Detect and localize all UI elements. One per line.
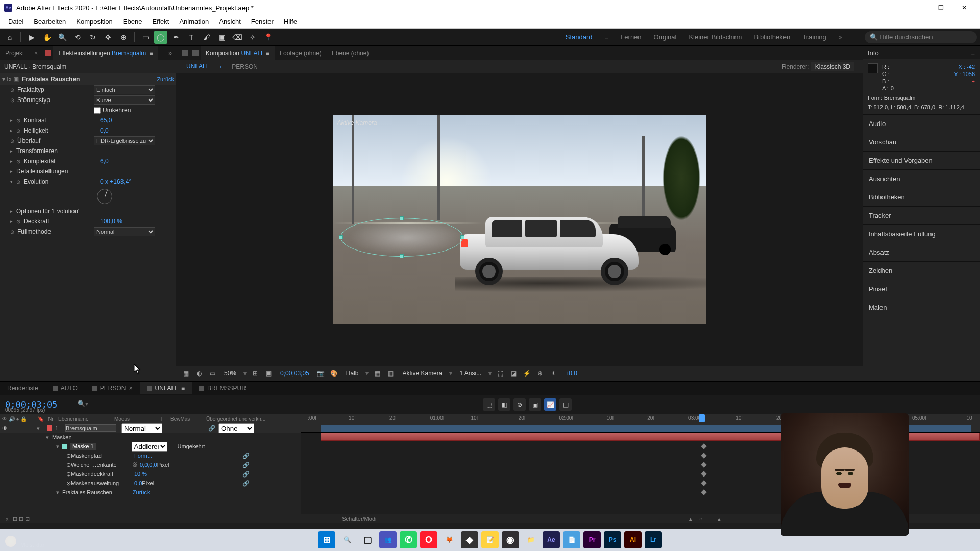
- section-fuellung[interactable]: Inhaltsbasierte Füllung: [863, 224, 980, 243]
- minimize-button[interactable]: ─: [905, 0, 929, 15]
- stopwatch-icon[interactable]: ⊙: [16, 118, 23, 123]
- section-zeichen[interactable]: Zeichen: [863, 261, 980, 280]
- tab-close-icon[interactable]: ×: [29, 46, 43, 60]
- stopwatch-icon[interactable]: ⊙: [66, 471, 71, 478]
- komplex-value[interactable]: 6,0: [100, 158, 109, 165]
- tl-icon-6[interactable]: ◫: [559, 398, 572, 411]
- taskbar-notepad-icon[interactable]: 📄: [563, 531, 580, 548]
- brush-tool-icon[interactable]: 🖌: [200, 31, 213, 44]
- hand-tool-icon[interactable]: ✋: [40, 31, 54, 44]
- tab-projekt[interactable]: Projekt: [0, 46, 29, 60]
- mask-icon[interactable]: ▭: [208, 369, 217, 378]
- taskbar-search-icon[interactable]: 🔍: [338, 531, 356, 548]
- flowchart-unfall[interactable]: UNFALL: [186, 63, 209, 71]
- workspace-kleiner[interactable]: Kleiner Bildschirm: [689, 33, 742, 41]
- section-tracker[interactable]: Tracker: [863, 206, 980, 224]
- puppet-tool-icon[interactable]: 📍: [261, 31, 275, 44]
- stopwatch-icon[interactable]: ⊙: [66, 480, 71, 487]
- view-select[interactable]: Aktive Kamera: [399, 369, 445, 378]
- layer-name-input[interactable]: [65, 424, 116, 432]
- help-search[interactable]: 🔍 Hilfe durchsuchen: [865, 31, 977, 43]
- layer-row-1[interactable]: 👁 ▾ 1 Normal 🔗 Ohne: [0, 423, 301, 433]
- anchor-tool-icon[interactable]: ⊕: [117, 31, 130, 44]
- taskbar-task-view-icon[interactable]: ▢: [359, 531, 376, 548]
- magnification-icon[interactable]: ▦: [181, 369, 190, 378]
- channel-icon[interactable]: 🎨: [330, 369, 339, 378]
- menu-hilfe[interactable]: Hilfe: [279, 16, 302, 28]
- clone-tool-icon[interactable]: ▣: [215, 31, 229, 44]
- taskbar-windows-icon[interactable]: ⊞: [318, 531, 335, 548]
- flowchart-person[interactable]: PERSON: [232, 63, 258, 70]
- stopwatch-icon[interactable]: ⊙: [10, 138, 17, 144]
- expression-icon[interactable]: 🔗: [242, 480, 250, 487]
- stopwatch-icon[interactable]: ⊙: [10, 229, 17, 235]
- resolution-select[interactable]: Halb: [343, 369, 362, 378]
- camera-tool-icon[interactable]: ✥: [102, 31, 115, 44]
- menu-ansicht[interactable]: Ansicht: [214, 16, 246, 28]
- parent-select[interactable]: Ohne: [218, 423, 254, 433]
- tl-tab-person[interactable]: PERSON ×: [85, 382, 140, 394]
- renderer-select[interactable]: Klassisch 3D: [811, 62, 854, 71]
- timeline-search[interactable]: 🔍▾: [78, 400, 220, 409]
- expression-icon[interactable]: 🔗: [242, 453, 250, 459]
- taskbar-lightroom-icon[interactable]: Lr: [645, 531, 662, 548]
- layer-color-chip[interactable]: [47, 425, 52, 431]
- menu-effekt[interactable]: Effekt: [147, 16, 174, 28]
- section-bibliotheken[interactable]: Bibliotheken: [863, 188, 980, 206]
- mask-feather-row[interactable]: ⊙Weiche …enkante⛓0,0,0,0 Pixel🔗: [0, 460, 301, 469]
- composition-viewer[interactable]: Aktive Kamera: [176, 73, 863, 366]
- maximize-button[interactable]: ❐: [929, 0, 952, 15]
- menu-komposition[interactable]: Komposition: [71, 16, 118, 28]
- workspace-original[interactable]: Original: [654, 33, 677, 41]
- exposure-value[interactable]: +0,0: [562, 369, 580, 378]
- resolution-icon[interactable]: ⊞: [251, 369, 260, 378]
- link-icon[interactable]: ⛓: [132, 462, 138, 468]
- tab-composition[interactable]: Komposition UNFALL ≡: [201, 46, 275, 60]
- alpha-icon[interactable]: ◐: [194, 369, 204, 378]
- mask-path-row[interactable]: ⊙MaskenpfadForm...🔗: [0, 451, 301, 460]
- close-button[interactable]: ✕: [952, 0, 976, 15]
- roto-tool-icon[interactable]: ✧: [246, 31, 259, 44]
- guides-icon[interactable]: ▥: [386, 369, 395, 378]
- stopwatch-icon[interactable]: ⊙: [10, 97, 17, 103]
- zoom-slider[interactable]: ▴ ─ ○ ─── ▴: [689, 516, 721, 522]
- section-audio[interactable]: Audio: [863, 114, 980, 133]
- stopwatch-icon[interactable]: ⊙: [16, 159, 23, 164]
- evolution-value[interactable]: 0 x +163,4°: [100, 178, 131, 185]
- tl-tab-auto[interactable]: AUTO: [45, 382, 85, 394]
- 3d-icon[interactable]: ⬚: [496, 369, 505, 378]
- parent-pickwhip-icon[interactable]: 🔗: [208, 425, 215, 432]
- pen-tool-icon[interactable]: ✒: [169, 31, 183, 44]
- kontrast-value[interactable]: 65,0: [100, 117, 112, 124]
- eye-icon[interactable]: 👁: [2, 425, 9, 431]
- tab-effect-controls[interactable]: Effekteinstellungen Bremsqualm ≡: [53, 46, 158, 60]
- tl-icon-graph[interactable]: 📈: [544, 398, 556, 411]
- stopwatch-icon[interactable]: ⊙: [66, 453, 71, 459]
- views-count[interactable]: 1 Ansi...: [456, 369, 484, 378]
- taskbar-photoshop-icon[interactable]: Ps: [604, 531, 621, 548]
- draft3d-icon[interactable]: ◪: [509, 369, 518, 378]
- mask-expansion-row[interactable]: ⊙Maskenausweitung0,0 Pixel🔗: [0, 479, 301, 488]
- home-icon[interactable]: ⌂: [3, 31, 16, 44]
- tl-icon-2[interactable]: ◧: [498, 398, 510, 411]
- tab-footage[interactable]: Footage (ohne): [275, 46, 327, 60]
- stopwatch-icon[interactable]: ⊙: [16, 179, 23, 185]
- taskbar-opera-icon[interactable]: O: [420, 531, 437, 548]
- fast-preview-icon[interactable]: ⚡: [522, 369, 531, 378]
- deckkraft-value[interactable]: 100,0 %: [100, 218, 122, 225]
- exposure-icon[interactable]: ☀: [549, 369, 558, 378]
- workspace-lernen[interactable]: Lernen: [621, 33, 641, 41]
- stoerung-select[interactable]: Kurve: [94, 95, 155, 105]
- zoom-tool-icon[interactable]: 🔍: [56, 31, 69, 44]
- menu-animation[interactable]: Animation: [174, 16, 214, 28]
- workspace-bibliotheken[interactable]: Bibliotheken: [754, 33, 790, 41]
- tl-icon-3[interactable]: ⊘: [513, 398, 526, 411]
- rectangle-tool-icon[interactable]: ▭: [139, 31, 152, 44]
- fx-group-row[interactable]: ▾Fraktales RauschenZurück: [0, 488, 301, 497]
- section-effekte[interactable]: Effekte und Vorgaben: [863, 151, 980, 169]
- roi-icon[interactable]: ▣: [264, 369, 273, 378]
- fuell-select[interactable]: Normal: [94, 227, 155, 236]
- workspace-standard[interactable]: Standard: [566, 33, 593, 41]
- panel-overflow-icon[interactable]: »: [164, 49, 176, 57]
- evolution-dial[interactable]: [97, 189, 112, 204]
